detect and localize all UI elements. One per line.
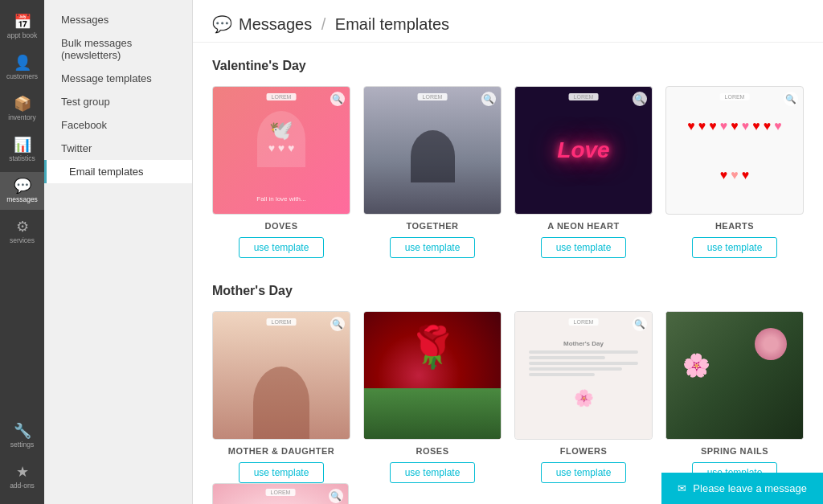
template-card-hearts: LOREM 🔍 ♥ ♥ ♥ ♥ ♥ ♥ ♥ ♥ ♥ ♥ ♥ ♥ HEARTS u… xyxy=(665,86,804,258)
template-thumb-flowers[interactable]: LOREM 🔍 Mother's Day 🌸 xyxy=(514,311,653,440)
zoom-icon-mother-daughter[interactable]: 🔍 xyxy=(330,317,345,331)
page-title: Messages / Email templates xyxy=(239,15,449,34)
template-card-doves: LOREM 🔍 🕊️ ♥ ♥ ♥ Fall in love with... DO… xyxy=(212,86,350,258)
template-thumb-spring-nails[interactable]: LOREM 🔍 🌸 xyxy=(665,311,804,440)
leave-message-button[interactable]: ✉ Please leave a message xyxy=(661,473,823,504)
sidebar-item-appt-book[interactable]: 📅 appt book xyxy=(0,8,44,46)
template-card-together: LOREM 🔍 TOGETHER use template xyxy=(363,86,502,258)
template-name-hearts: HEARTS xyxy=(715,221,754,231)
template-card-partial-1: 🔍 🌷 LOREM xyxy=(212,483,349,504)
main-body: Valentine's Day LOREM 🔍 🕊️ ♥ ♥ ♥ Fall in… xyxy=(193,43,823,504)
thumb-label-neon: LOREM xyxy=(569,93,599,100)
settings-icon: 🔧 xyxy=(14,424,31,438)
use-template-btn-neon-heart[interactable]: use template xyxy=(541,237,627,258)
header-icon: 💬 xyxy=(212,14,232,34)
flowers-lines xyxy=(529,350,638,379)
sidebar-test-group[interactable]: Test group xyxy=(44,90,192,113)
template-name-roses: ROSES xyxy=(416,446,448,456)
main-content: 💬 Messages / Email templates Valentine's… xyxy=(193,0,823,504)
messages-icon: 💬 xyxy=(14,178,31,193)
zoom-icon-flowers[interactable]: 🔍 xyxy=(633,317,647,331)
template-thumb-partial-1[interactable]: 🔍 🌷 LOREM xyxy=(212,483,349,504)
template-name-flowers: FLOWERS xyxy=(560,446,608,456)
sidebar-message-templates[interactable]: Message templates xyxy=(44,67,192,90)
statistics-icon: 📊 xyxy=(14,137,31,152)
together-image xyxy=(364,87,501,214)
thumb-label-together: LOREM xyxy=(418,93,448,100)
template-name-doves: DOVES xyxy=(264,221,297,231)
template-thumb-hearts[interactable]: LOREM 🔍 ♥ ♥ ♥ ♥ ♥ ♥ ♥ ♥ ♥ ♥ ♥ ♥ xyxy=(665,86,804,215)
template-name-together: TOGETHER xyxy=(407,221,459,231)
template-name-mother-daughter: MOTHER & DAUGHTER xyxy=(228,446,335,456)
add-ons-icon: ★ xyxy=(16,465,29,479)
sidebar-item-statistics[interactable]: 📊 statistics xyxy=(0,131,44,169)
template-card-neon-heart: LOREM 🔍 Love A NEON HEART use template xyxy=(514,86,653,258)
sidebar-item-add-ons[interactable]: ★ add-ons xyxy=(0,458,44,496)
mothers-day-grid: LOREM 🔍 MOTHER & DAUGHTER use template L… xyxy=(212,311,804,483)
neon-love-text: Love xyxy=(557,137,609,163)
doves-subtext: Fall in love with... xyxy=(256,195,305,203)
template-card-mother-daughter: LOREM 🔍 MOTHER & DAUGHTER use template xyxy=(212,311,350,483)
icon-bar: 📅 appt book 👤 customers 📦 inventory 📊 st… xyxy=(0,0,44,504)
use-template-btn-roses[interactable]: use template xyxy=(390,462,476,483)
sidebar: Messages Bulk messages (newsletters) Mes… xyxy=(44,0,193,504)
template-thumb-roses[interactable]: LOREM 🔍 🌹 xyxy=(363,311,502,440)
use-template-btn-together[interactable]: use template xyxy=(390,237,476,258)
template-name-spring-nails: SPRING NAILS xyxy=(701,446,768,456)
mothers-day-title: Mother's Day xyxy=(212,284,804,298)
nails-accent xyxy=(755,328,787,360)
leave-message-label: Please leave a message xyxy=(693,482,807,494)
template-thumb-together[interactable]: LOREM 🔍 xyxy=(363,86,502,215)
thumb-label-partial-1: LOREM xyxy=(266,489,296,496)
template-thumb-mother-daughter[interactable]: LOREM 🔍 xyxy=(212,311,350,440)
sidebar-twitter[interactable]: Twitter xyxy=(44,137,192,160)
template-card-flowers: LOREM 🔍 Mother's Day 🌸 F xyxy=(514,311,653,483)
services-icon: ⚙ xyxy=(16,219,29,234)
sidebar-item-messages[interactable]: 💬 messages xyxy=(0,172,44,210)
thumb-label-mother-daughter: LOREM xyxy=(267,318,297,326)
leave-message-icon: ✉ xyxy=(678,482,686,494)
sidebar-bulk-messages[interactable]: Bulk messages (newsletters) xyxy=(44,31,192,67)
sidebar-facebook[interactable]: Facebook xyxy=(44,113,192,137)
flowers-title-text: Mother's Day xyxy=(563,340,604,347)
use-template-btn-flowers[interactable]: use template xyxy=(541,462,627,483)
sidebar-email-templates[interactable]: Email templates xyxy=(44,160,192,183)
template-card-spring-nails: LOREM 🔍 🌸 SPRING NAILS use template xyxy=(665,311,804,483)
zoom-icon-doves[interactable]: 🔍 xyxy=(330,92,345,106)
roses-leaves xyxy=(364,388,501,439)
use-template-btn-hearts[interactable]: use template xyxy=(692,237,778,258)
sidebar-item-customers[interactable]: 👤 customers xyxy=(0,49,44,87)
roses-image: 🌹 xyxy=(364,312,501,439)
template-card-roses: LOREM 🔍 🌹 ROSES use template xyxy=(363,311,502,483)
sidebar-item-inventory[interactable]: 📦 inventory xyxy=(0,90,44,128)
zoom-icon-neon[interactable]: 🔍 xyxy=(633,92,647,106)
use-template-btn-doves[interactable]: use template xyxy=(239,237,325,258)
zoom-icon-together[interactable]: 🔍 xyxy=(481,92,496,106)
zoom-icon-partial-1[interactable]: 🔍 xyxy=(329,489,343,503)
template-thumb-doves[interactable]: LOREM 🔍 🕊️ ♥ ♥ ♥ Fall in love with... xyxy=(212,86,350,215)
inventory-icon: 📦 xyxy=(14,96,31,111)
valentines-day-title: Valentine's Day xyxy=(212,59,804,73)
sidebar-item-settings[interactable]: 🔧 settings xyxy=(0,417,44,455)
sidebar-item-services[interactable]: ⚙ services xyxy=(0,213,44,251)
appt-book-icon: 📅 xyxy=(14,14,31,29)
template-name-neon-heart: A NEON HEART xyxy=(547,221,619,231)
valentines-day-grid: LOREM 🔍 🕊️ ♥ ♥ ♥ Fall in love with... DO… xyxy=(212,86,804,258)
zoom-icon-hearts[interactable]: 🔍 xyxy=(784,92,798,106)
thumb-label-doves: LOREM xyxy=(267,93,297,100)
use-template-btn-mother-daughter[interactable]: use template xyxy=(239,462,325,483)
sidebar-messages[interactable]: Messages xyxy=(44,8,192,31)
thumb-label-flowers: LOREM xyxy=(569,318,599,326)
page-header: 💬 Messages / Email templates xyxy=(193,0,823,43)
flowers-content: Mother's Day 🌸 xyxy=(515,312,652,439)
spring-nails-image: 🌸 xyxy=(666,312,803,439)
customers-icon: 👤 xyxy=(14,55,31,70)
template-thumb-neon-heart[interactable]: LOREM 🔍 Love xyxy=(514,86,653,215)
thumb-label-hearts: LOREM xyxy=(720,93,750,100)
